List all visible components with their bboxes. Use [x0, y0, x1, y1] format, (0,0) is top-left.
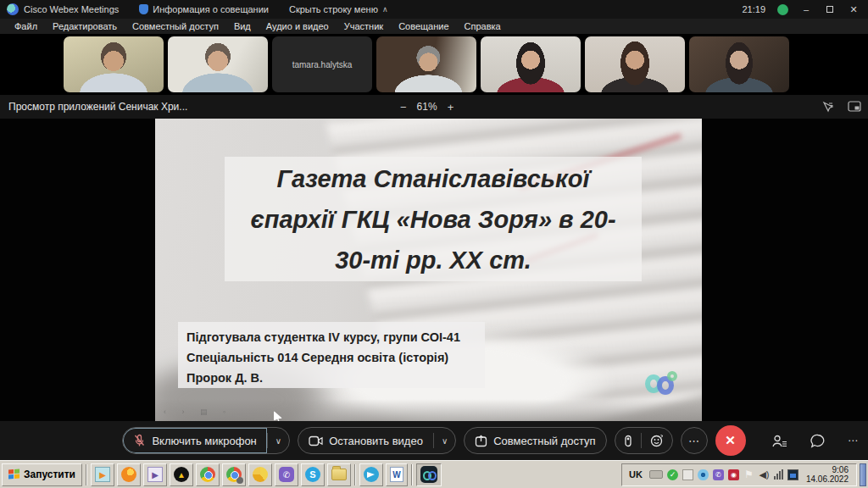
taskbar-chrome[interactable]	[196, 463, 220, 486]
close-button[interactable]: ✕	[848, 4, 860, 15]
record-button[interactable]	[615, 428, 641, 453]
maximize-button[interactable]	[824, 4, 836, 14]
participant-video-2[interactable]	[168, 36, 268, 92]
taskbar-aimp[interactable]: ▲	[170, 463, 193, 486]
menu-file[interactable]: Файл	[7, 21, 45, 31]
language-indicator[interactable]: UK	[626, 469, 645, 480]
clock-time: 9:06	[832, 465, 849, 474]
clipboard-tray-icon[interactable]	[682, 469, 693, 480]
record-reactions-group	[615, 427, 673, 454]
volume-icon[interactable]: ◀)	[759, 469, 770, 480]
layout-icon[interactable]	[848, 101, 861, 113]
mic-options-button[interactable]: ∨	[268, 436, 289, 446]
taskbar-word[interactable]: W	[386, 463, 408, 486]
eye-tray-icon[interactable]	[698, 469, 709, 480]
viber-tray-icon[interactable]: ✆	[713, 469, 724, 480]
keyboard-icon[interactable]	[649, 470, 663, 479]
menu-view[interactable]: Вид	[226, 21, 259, 31]
taskbar-firefox[interactable]	[117, 463, 141, 486]
taskbar-media-player[interactable]: ▶	[91, 463, 114, 486]
share-content-button[interactable]: Совместный доступ	[465, 428, 605, 453]
word-icon: W	[390, 467, 403, 482]
folder-icon	[331, 469, 347, 480]
windows-logo-icon	[8, 469, 20, 480]
video-options-button[interactable]: ∨	[434, 436, 455, 446]
taskbar-webex-active[interactable]	[416, 463, 442, 486]
leave-meeting-button[interactable]: ✕	[715, 425, 746, 456]
antivirus-tray-icon[interactable]: ✓	[667, 469, 678, 480]
participant-video-4[interactable]	[376, 36, 476, 92]
menu-participant[interactable]: Участник	[337, 21, 391, 31]
kmplayer-icon: ▶	[147, 467, 163, 482]
aimp-icon: ▲	[174, 467, 189, 482]
zoom-level[interactable]: 61%	[417, 101, 437, 113]
slide-credits: Підготувала студентка IV курсу, групи СО…	[178, 322, 485, 388]
microphone-control: Включить микрофон ∨	[122, 427, 290, 454]
skype-icon: S	[305, 467, 320, 482]
share-screen-icon	[475, 435, 487, 447]
participant-filmstrip: tamara.halytska	[0, 34, 868, 95]
camera-icon	[309, 435, 323, 446]
display-tray-icon[interactable]	[787, 469, 798, 480]
red-app-tray-icon[interactable]: ◉	[728, 469, 739, 480]
system-tray: UK ✓ ✆ ◉ ⚑ ◀) 9:06 14.06.2022	[621, 463, 857, 486]
share-control: Совместный доступ	[464, 427, 606, 454]
zoom-in-button[interactable]: +	[448, 101, 454, 114]
participant-video-5[interactable]	[481, 36, 581, 92]
taskbar-chrome-profile[interactable]	[222, 463, 246, 486]
stop-video-label: Остановить видео	[329, 435, 423, 447]
chevron-up-icon: ∧	[382, 5, 388, 14]
network-signal-icon[interactable]	[774, 469, 783, 480]
window-titlebar: Cisco Webex Meetings Информация о совеща…	[0, 0, 868, 19]
mic-muted-icon	[133, 434, 146, 447]
taskbar-telegram[interactable]	[359, 463, 383, 486]
share-status-bar: Просмотр приложений Сеничак Хри... − 61%…	[0, 95, 868, 119]
meeting-info-button[interactable]: Информация о совещании	[139, 4, 269, 14]
reactions-button[interactable]	[642, 428, 672, 453]
taskbar-file-manager[interactable]	[327, 463, 351, 486]
taskbar-chrome-canary[interactable]	[248, 463, 272, 486]
start-button[interactable]: Запустити	[2, 463, 82, 486]
participant-video-3[interactable]: tamara.halytska	[272, 36, 372, 92]
taskbar-viber[interactable]: ✆	[275, 463, 298, 486]
chrome-profile-icon	[226, 467, 242, 482]
hide-menubar-button[interactable]: Скрыть строку меню ∧	[289, 4, 387, 14]
stop-video-button[interactable]: Остановить видео	[298, 428, 433, 453]
participant-video-1[interactable]	[64, 36, 164, 92]
firefox-icon	[121, 467, 136, 482]
participant-video-7[interactable]	[689, 36, 789, 92]
zoom-out-button[interactable]: −	[400, 101, 407, 114]
hide-menubar-label: Скрыть строку меню	[289, 4, 378, 14]
panel-controls: ⋯	[771, 421, 858, 460]
taskbar-clock[interactable]: 9:06 14.06.2022	[803, 465, 852, 484]
credits-line-2: Спеціальність 014 Середня освіта (історі…	[186, 347, 476, 368]
chat-panel-button[interactable]	[810, 434, 826, 448]
credits-line-3: Пророк Д. В.	[186, 368, 476, 388]
minimize-button[interactable]: –	[800, 4, 812, 14]
more-panels-button[interactable]: ⋯	[848, 435, 858, 446]
participants-panel-button[interactable]	[771, 434, 788, 448]
zoom-controls: − 61% +	[400, 95, 453, 119]
show-desktop-button[interactable]	[860, 463, 866, 486]
slideshow-mini-controls[interactable]: ‹ › ▤ ◦	[164, 408, 232, 416]
slide-title: Газета Станіславівської єпархії ГКЦ «Нов…	[225, 157, 642, 281]
taskbar-skype[interactable]: S	[301, 463, 325, 486]
shared-content-stage: Газета Станіславівської єпархії ГКЦ «Нов…	[0, 119, 868, 421]
menubar: Файл Редактировать Совместный доступ Вид…	[0, 19, 868, 34]
menu-meeting[interactable]: Совещание	[391, 21, 456, 31]
unmute-label: Включить микрофон	[152, 435, 256, 447]
taskbar-kmplayer[interactable]: ▶	[143, 463, 167, 486]
unmute-button[interactable]: Включить микрофон	[123, 428, 266, 453]
participant-video-6[interactable]	[585, 36, 685, 92]
annotate-icon[interactable]	[821, 101, 834, 114]
menu-audio-video[interactable]: Аудио и видео	[259, 21, 337, 31]
chrome-icon	[200, 467, 215, 482]
flag-tray-icon[interactable]: ⚑	[743, 469, 754, 480]
video-control: Остановить видео ∨	[298, 427, 456, 454]
meeting-clock: 21:19	[742, 4, 765, 14]
more-options-button[interactable]: ⋯	[681, 427, 708, 454]
menu-edit[interactable]: Редактировать	[45, 21, 125, 31]
menu-share[interactable]: Совместный доступ	[125, 21, 226, 31]
menu-help[interactable]: Справка	[457, 21, 509, 31]
meeting-controls: Включить микрофон ∨ Остановить видео ∨ С…	[0, 421, 868, 460]
